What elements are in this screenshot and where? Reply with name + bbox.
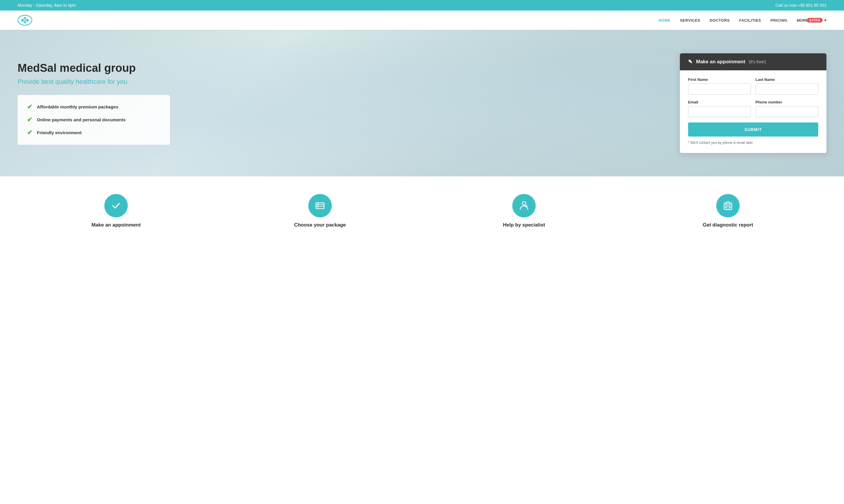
features-box: ✔ Affordable monthly premium packages ✔ … (18, 95, 170, 145)
check-icon-3: ✔ (27, 129, 32, 137)
contact-row: Email Phone number (688, 100, 818, 117)
package-circle (308, 194, 332, 217)
feature-text-2: Online payments and personal documents (37, 117, 126, 122)
first-name-label: First Name (688, 77, 751, 82)
nav-link-more[interactable]: MORE (797, 18, 808, 22)
svg-rect-17 (725, 204, 726, 205)
svg-rect-19 (725, 206, 726, 208)
appointment-title: Make an appoinment (696, 59, 745, 65)
feature-item-3: ✔ Friendly environment (27, 129, 161, 137)
last-name-group: Last Name (755, 77, 818, 95)
phone-text: Call us now +90 801 65 001 (775, 3, 826, 7)
appointment-card: ✎ Make an appoinment (It's free!) First … (680, 53, 826, 153)
feature-item-2: ✔ Online payments and personal documents (27, 116, 161, 124)
feature-label-report: Get diagnostic report (703, 222, 753, 228)
phone-label: Phone number (755, 100, 818, 104)
nav-links: HOME SERVICES DOCTORS FACILITIES PRICING… (659, 18, 826, 23)
check-icon-2: ✔ (27, 116, 32, 124)
nav-item-services[interactable]: SERVICES (680, 18, 700, 23)
hero-section: MedSal medical group Provide best qualit… (0, 30, 844, 176)
extra-badge: Extra (807, 18, 823, 22)
appointment-header: ✎ Make an appoinment (It's free!) (680, 53, 826, 70)
nav-item-facilities[interactable]: FACILITIES (739, 18, 761, 23)
logo[interactable] (18, 15, 32, 26)
appointment-body: First Name Last Name Email Phone number (680, 70, 826, 153)
feature-text-1: Affordable monthly premium packages (37, 104, 119, 109)
appointment-free-label: (It's free!) (749, 59, 766, 64)
feature-item-1: ✔ Affordable monthly premium packages (27, 103, 161, 111)
nav-item-pricing[interactable]: PRICING (770, 18, 787, 23)
hospital-icon (722, 200, 734, 211)
submit-button[interactable]: SUBMIT (688, 123, 818, 137)
email-label: Email (688, 100, 751, 104)
appointment-circle (104, 194, 128, 217)
nav-link-home[interactable]: HOME (659, 18, 670, 22)
nav-link-doctors[interactable]: DOCTORS (710, 18, 730, 22)
specialist-circle (512, 194, 536, 217)
first-name-group: First Name (688, 77, 751, 95)
last-name-label: Last Name (755, 77, 818, 82)
top-bar: Monday - Saturday, 8am to 6pm Call us no… (0, 0, 844, 11)
form-note: * We'll contact you by phone & email lat… (688, 141, 818, 145)
dropdown-arrow-icon: ▾ (824, 18, 826, 22)
feature-label-specialist: Help by specialist (503, 222, 545, 228)
edit-icon: ✎ (688, 59, 693, 65)
svg-point-9 (522, 202, 526, 205)
svg-rect-18 (730, 204, 731, 205)
last-name-input[interactable] (755, 84, 818, 95)
nav-item-home[interactable]: HOME (659, 18, 670, 23)
name-row: First Name Last Name (688, 77, 818, 95)
hero-title: MedSal medical group (18, 62, 662, 74)
features-section: Make an appoinment Choose your package H… (0, 176, 844, 240)
svg-rect-20 (730, 206, 731, 208)
report-circle (716, 194, 740, 217)
hero-subtitle-plain: Provide (18, 78, 41, 85)
nav-item-more[interactable]: MORE Extra ▾ (797, 18, 826, 22)
phone-group: Phone number (755, 100, 818, 117)
package-icon (315, 200, 326, 211)
email-group: Email (688, 100, 751, 117)
nav-link-services[interactable]: SERVICES (680, 18, 700, 22)
feature-card-package: Choose your package (221, 194, 418, 228)
email-input[interactable] (688, 106, 751, 117)
feature-card-appointment: Make an appoinment (18, 194, 215, 228)
svg-point-4 (24, 20, 26, 21)
hero-subtitle: Provide best quality healthcare for you (18, 78, 662, 86)
specialist-icon (518, 200, 529, 211)
checkmark-icon (111, 200, 121, 211)
svg-rect-13 (724, 203, 732, 210)
hero-subtitle-end: for you (106, 78, 127, 85)
nav-link-facilities[interactable]: FACILITIES (739, 18, 761, 22)
nav-item-doctors[interactable]: DOCTORS (710, 18, 730, 23)
hours-text: Monday - Saturday, 8am to 6pm (18, 3, 76, 7)
svg-rect-5 (316, 203, 324, 209)
logo-icon (18, 15, 32, 26)
feature-text-3: Friendly environment (37, 130, 82, 135)
navbar: HOME SERVICES DOCTORS FACILITIES PRICING… (0, 11, 844, 30)
feature-label-appointment: Make an appoinment (91, 222, 141, 228)
hero-subtitle-accent: best quality healthcare (41, 78, 106, 85)
check-icon-1: ✔ (27, 103, 32, 111)
nav-link-pricing[interactable]: PRICING (770, 18, 787, 22)
hero-content: MedSal medical group Provide best qualit… (18, 62, 662, 145)
svg-rect-14 (727, 206, 729, 210)
feature-card-specialist: Help by specialist (426, 194, 623, 228)
feature-label-package: Choose your package (294, 222, 346, 228)
first-name-input[interactable] (688, 84, 751, 95)
feature-card-report: Get diagnostic report (629, 194, 826, 228)
phone-input[interactable] (755, 106, 818, 117)
